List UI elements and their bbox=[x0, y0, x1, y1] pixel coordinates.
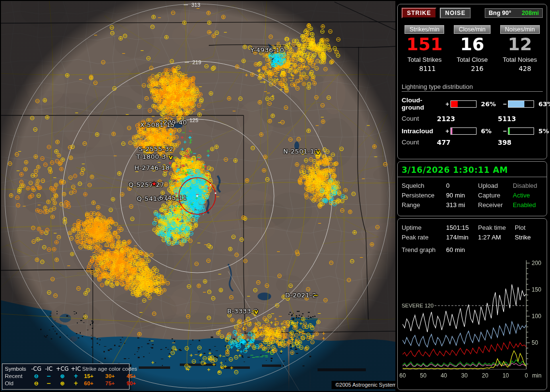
age-code: 30+ bbox=[103, 373, 125, 380]
storm-cell-label: X-5081-15 bbox=[140, 121, 175, 128]
storm-cell-label: − bbox=[313, 292, 318, 299]
svg-text:60: 60 bbox=[400, 372, 406, 379]
legend-row-old: Old⊖−⊕+60+75+90+ bbox=[5, 380, 127, 387]
distribution-rows: Cloud-ground+26%−63%Count21235113Intracl… bbox=[398, 97, 547, 146]
status-value: Disabled bbox=[513, 181, 543, 191]
plus-bar-fill bbox=[451, 101, 458, 107]
rate-pill[interactable]: Strikes/min bbox=[405, 25, 444, 34]
trend-graph: 50100150200SEVERE 1206050403020100min bbox=[400, 259, 548, 389]
storm-cell-label: Y-4936-10 bbox=[250, 46, 284, 54]
cg-plus-icon: ⊕ bbox=[55, 380, 70, 387]
mode-button-row: STRIKE NOISE Bng 90° 208mi bbox=[398, 4, 547, 18]
plus-bar bbox=[450, 100, 477, 108]
cg-minus-icon: ⊖ bbox=[30, 380, 43, 387]
age-code: 15+ bbox=[82, 373, 103, 380]
storm-cell-label: -6745-11 bbox=[157, 194, 187, 201]
trend-graph-row: Trend graph 60 min bbox=[398, 242, 547, 253]
minus-bar bbox=[508, 100, 534, 108]
rate-value: 151 bbox=[406, 34, 443, 55]
cg-minus-icon: ⊖ bbox=[30, 373, 43, 380]
stat-cell: 174/min bbox=[446, 233, 478, 242]
lightning-map[interactable]: 313219125 -2239-40X-5081-15Y-4936-10S-25… bbox=[1, 1, 395, 391]
total-label: Total Strikes bbox=[407, 56, 442, 63]
bearing-range: 208mi bbox=[522, 10, 539, 16]
svg-text:min: min bbox=[532, 372, 541, 379]
copyright-text: ©2005 Astrogenic Systems bbox=[332, 381, 395, 389]
status-label: Upload bbox=[478, 181, 513, 191]
rate-value: 12 bbox=[508, 34, 532, 55]
minus-pct: 63% bbox=[536, 100, 550, 108]
svg-text:150: 150 bbox=[532, 286, 541, 293]
distribution-row: Cloud-ground+26%−63% bbox=[402, 97, 543, 111]
svg-text:SEVERE 120: SEVERE 120 bbox=[402, 303, 434, 308]
count-label: Count bbox=[402, 115, 437, 123]
storm-cell-label: T-1800-3 bbox=[136, 153, 166, 160]
rate-column-noises-min: Noises/min12Total Noises428 bbox=[496, 25, 544, 72]
status-label: Persistence bbox=[402, 191, 446, 200]
storm-cell-label: D-2021-2 bbox=[285, 292, 317, 299]
minus-sign: − bbox=[502, 127, 508, 135]
total-label: Total Close bbox=[457, 56, 488, 63]
storm-cell-label: H-2746-18 bbox=[134, 164, 170, 171]
svg-text:10: 10 bbox=[503, 372, 509, 379]
total-label: Total Noises bbox=[503, 56, 537, 63]
noise-mode-button[interactable]: NOISE bbox=[440, 8, 471, 18]
plus-bar-fill bbox=[451, 128, 452, 134]
storm-cell-label: v bbox=[169, 154, 173, 161]
stat-cell: Uptime bbox=[402, 223, 446, 233]
symbol-legend: Symbols-CG-IC+CG+ICStrike age color code… bbox=[2, 364, 130, 390]
ic-minus-icon: − bbox=[43, 380, 55, 387]
nexstorm-window: 313219125 -2239-40X-5081-15Y-4936-10S-25… bbox=[0, 0, 550, 392]
legend-header-row: Symbols-CG-IC+CG+ICStrike age color code… bbox=[5, 365, 127, 373]
legend-age-header: Strike age color codes bbox=[82, 365, 146, 373]
minus-count: 5113 bbox=[498, 115, 543, 123]
ring-distance-label: 313 bbox=[191, 2, 200, 8]
count-row: Count21235113 bbox=[402, 115, 543, 123]
storm-cell-label: ★ bbox=[151, 180, 157, 187]
svg-text:50: 50 bbox=[420, 372, 427, 379]
legend-col-header: -CG bbox=[30, 365, 43, 373]
stat-cell: Strike bbox=[515, 233, 543, 242]
count-row: Count477398 bbox=[402, 139, 543, 146]
total-value: 8111 bbox=[419, 65, 448, 72]
rate-column-strikes-min: Strikes/min151Total Strikes8111 bbox=[401, 25, 449, 72]
legend-row-name: Old bbox=[5, 380, 30, 387]
plus-pct: 6% bbox=[478, 127, 502, 135]
minus-bar-fill bbox=[508, 101, 524, 107]
datetime-display: 3/16/2026 1:30:11 AM bbox=[398, 162, 547, 177]
sensor-site-marker bbox=[196, 195, 198, 197]
status-value: Active bbox=[513, 191, 543, 200]
minus-bar-fill bbox=[508, 128, 510, 134]
storm-cell-label: v bbox=[316, 148, 320, 155]
svg-text:0: 0 bbox=[525, 372, 528, 379]
status-grid: Squelch0UploadDisabledPersistence90 minC… bbox=[398, 177, 547, 210]
ring-distance-label: 219 bbox=[192, 59, 201, 65]
series-ic-positive-rate bbox=[403, 363, 526, 367]
status-label: Range bbox=[402, 200, 446, 210]
svg-text:50: 50 bbox=[532, 339, 538, 346]
ic-minus-icon: − bbox=[43, 373, 55, 380]
stat-cell: Peak time bbox=[478, 223, 515, 233]
age-code: 75+ bbox=[103, 380, 125, 387]
storm-cell-label: v bbox=[254, 308, 259, 315]
stat-cell: Plot bbox=[515, 223, 543, 233]
status-value: 313 mi bbox=[446, 200, 478, 210]
uptime-stats: Uptime1501:15Peak timePlotPeak rate174/m… bbox=[398, 219, 547, 242]
plus-count: 477 bbox=[437, 139, 498, 146]
rate-pill[interactable]: Noises/min bbox=[500, 25, 540, 34]
stat-cell: 1501:15 bbox=[446, 223, 478, 233]
ring-distance-label: 125 bbox=[189, 117, 198, 123]
minus-pct: 5% bbox=[536, 127, 550, 135]
trend-graph-label: Trend graph bbox=[402, 246, 446, 253]
strike-mode-button[interactable]: STRIKE bbox=[402, 8, 436, 18]
age-code: 60+ bbox=[82, 380, 103, 387]
legend-col-header: +IC bbox=[70, 365, 82, 373]
rate-pill[interactable]: Close/min bbox=[454, 25, 491, 34]
rate-value: 16 bbox=[460, 34, 484, 55]
plus-pct: 26% bbox=[478, 100, 502, 108]
legend-col-header: -IC bbox=[43, 365, 55, 373]
stat-cell: 1:27 AM bbox=[478, 233, 515, 242]
trend-panel: Uptime1501:15Peak timePlotPeak rate174/m… bbox=[397, 218, 547, 390]
legend-row-recent: Recent⊖−⊕+15+30+45+ bbox=[5, 373, 127, 380]
svg-text:100: 100 bbox=[532, 313, 541, 320]
